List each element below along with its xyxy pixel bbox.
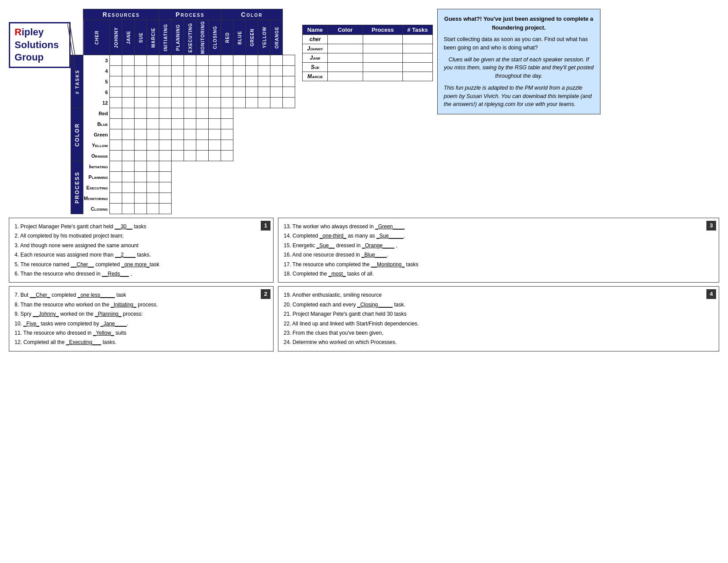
- sum-cher-process[interactable]: [363, 35, 402, 44]
- sh-color: Color: [327, 25, 363, 35]
- summary-row-jane: Jane: [303, 53, 432, 63]
- t3-sue[interactable]: [147, 55, 159, 66]
- clue-2-3: 9. Spry __Johnny_ worked on the _Plannin…: [15, 310, 268, 318]
- color-row-yellow: Yellow: [71, 140, 295, 151]
- top-section: Ripley Solutions Group: [9, 9, 719, 214]
- info-title: Guess what?! You've just been assigned t…: [444, 15, 594, 32]
- sum-jane-tasks[interactable]: [402, 53, 432, 63]
- clue-3-5: 17. The resource who completed the __Mon…: [284, 260, 713, 269]
- process-row-exec: Executing: [71, 182, 295, 193]
- proc-exec-label: Executing: [83, 182, 110, 193]
- clue-4-3: 21. Project Manager Pete's gantt chart h…: [284, 310, 713, 318]
- t3-red[interactable]: [233, 55, 246, 66]
- logo-solutions: Solutions: [15, 39, 65, 52]
- logo-group: Group: [15, 51, 65, 64]
- tasks-row-3: # Tasks 3: [71, 55, 295, 66]
- proc-plan-label: Planning: [83, 172, 110, 182]
- clue-3-2: 14. Completed _one-third_ as many as _Su…: [284, 231, 713, 240]
- t3-cher[interactable]: [110, 55, 122, 66]
- logo-olutions: olutions: [21, 39, 59, 50]
- clue-box-1: 1 1. Project Manager Pete's gantt chart …: [9, 218, 274, 283]
- process-row-clos: Closing: [71, 204, 295, 214]
- clue-2-4: 10. _Five_ tasks were completed by _Jane…: [15, 319, 268, 328]
- clue-box-2: 2 7. But __Cher_ completed _one less____…: [9, 286, 274, 351]
- clue-1-3: 3. And though none were assigned the sam…: [15, 241, 268, 250]
- color-red-label: Red: [83, 108, 110, 119]
- proc-init-label: Initiating: [83, 161, 110, 172]
- clue-4-badge: 4: [706, 289, 716, 299]
- color-header: Color: [221, 9, 283, 20]
- col-initiating: Initiating: [159, 20, 172, 55]
- col-cher: Cher: [83, 20, 110, 55]
- sh-process: Process: [363, 25, 402, 35]
- logo-ripley: Ripley: [15, 26, 65, 39]
- col-blue: Blue: [233, 20, 246, 55]
- tasks-4-label: 4: [83, 66, 110, 76]
- t3-johnny[interactable]: [122, 55, 135, 66]
- clue-box-4: 4 19. Another enthusiastic, smiling reso…: [278, 286, 719, 351]
- summary-table: Name Color Process # Tasks cher J: [302, 25, 432, 81]
- t3-marcie[interactable]: [159, 55, 172, 66]
- process-row-plan: Planning: [71, 172, 295, 182]
- clue-4-1: 19. Another enthusiastic, smiling resour…: [284, 291, 713, 299]
- sum-johnny-tasks[interactable]: [402, 44, 432, 53]
- sum-cher-color[interactable]: [327, 35, 363, 44]
- summary-header-row: Name Color Process # Tasks: [303, 25, 432, 35]
- col-monitoring: Monitoring: [196, 20, 209, 55]
- col-red: Red: [221, 20, 233, 55]
- info-box: Guess what?! You've just been assigned t…: [437, 9, 600, 114]
- sum-sue-name: Sue: [303, 63, 328, 72]
- logo-ipley: ipley: [22, 26, 44, 38]
- process-row-init: Process Initiating: [71, 161, 295, 172]
- sum-johnny-name: Johnny: [303, 44, 328, 53]
- resources-header: Resources: [83, 9, 159, 20]
- puzzle-table: Resources Process Color Cher Johnny Jane…: [71, 9, 295, 214]
- col-marcie: Marcie: [147, 20, 159, 55]
- clue-3-4: 16. And one resource dressed in _Blue___…: [284, 250, 713, 259]
- clue-3-1: 13. The worker who always dressed in _Gr…: [284, 222, 713, 231]
- process-header: Process: [159, 9, 221, 20]
- t3-green[interactable]: [258, 55, 270, 66]
- clue-4-6: 24. Determine who worked on which Proces…: [284, 338, 713, 347]
- clue-2-6: 12. Completed all the _Executing___ task…: [15, 338, 268, 347]
- sum-marcie-process[interactable]: [363, 72, 402, 81]
- sum-cher-name: cher: [303, 35, 328, 44]
- tasks-12-label: 12: [83, 98, 110, 108]
- sum-marcie-tasks[interactable]: [402, 72, 432, 81]
- t3-blue[interactable]: [246, 55, 258, 66]
- clue-2-1: 7. But __Cher_ completed _one less_____ …: [15, 291, 268, 299]
- logo-roup: roup: [22, 52, 44, 63]
- tasks-3-label: 3: [83, 55, 110, 66]
- sum-johnny-process[interactable]: [363, 44, 402, 53]
- tasks-row-5: 5: [71, 76, 295, 87]
- sum-sue-color[interactable]: [327, 63, 363, 72]
- sum-sue-process[interactable]: [363, 63, 402, 72]
- tasks-5-label: 5: [83, 76, 110, 87]
- col-planning: Planning: [172, 20, 184, 55]
- sum-cher-tasks[interactable]: [402, 35, 432, 44]
- t3-jane[interactable]: [135, 55, 147, 66]
- info-body: Start collecting data as soon as you can…: [444, 35, 594, 52]
- summary-row-cher: cher: [303, 35, 432, 44]
- t3-plan[interactable]: [184, 55, 196, 66]
- t3-mon[interactable]: [209, 55, 221, 66]
- color-blue-label: Blue: [83, 119, 110, 129]
- sh-name: Name: [303, 25, 328, 35]
- sum-jane-color[interactable]: [327, 53, 363, 63]
- clue-4-5: 23. From the clues that you've been give…: [284, 329, 713, 337]
- col-orange: Orange: [270, 20, 283, 55]
- t3-orange[interactable]: [283, 55, 295, 66]
- col-green: Green: [246, 20, 258, 55]
- sum-johnny-color[interactable]: [327, 44, 363, 53]
- t3-clos[interactable]: [221, 55, 233, 66]
- clue-1-6: 6. Than the resource who dressed in __Re…: [15, 269, 268, 278]
- sum-marcie-color[interactable]: [327, 72, 363, 81]
- t3-exec[interactable]: [196, 55, 209, 66]
- t3-yellow[interactable]: [270, 55, 283, 66]
- sum-jane-process[interactable]: [363, 53, 402, 63]
- color-row-red: Color Red: [71, 108, 295, 119]
- t3-init[interactable]: [172, 55, 184, 66]
- page-container: Ripley Solutions Group: [9, 9, 719, 351]
- clue-4-2: 20. Completed each and every _Closing___…: [284, 300, 713, 309]
- sum-sue-tasks[interactable]: [402, 63, 432, 72]
